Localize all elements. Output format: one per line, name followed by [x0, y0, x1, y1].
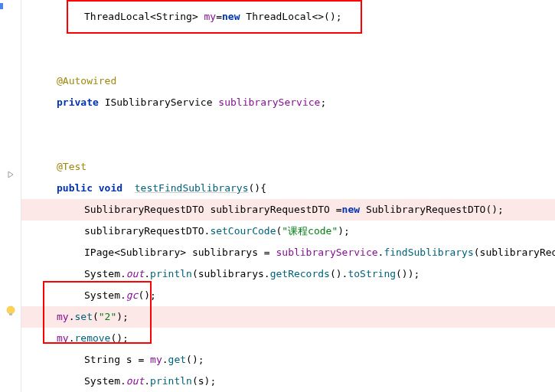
code-line[interactable]: SublibraryRequestDTO sublibraryRequestDT… [21, 199, 555, 220]
blank-line [21, 49, 555, 70]
code-content[interactable]: ThreadLocal<String> my=new ThreadLocal<>… [21, 0, 555, 392]
change-marker [0, 3, 3, 9]
code-line[interactable]: System.out.println(sublibrarys.getRecord… [21, 263, 555, 285]
code-line[interactable]: my.remove(); [21, 328, 555, 349]
code-line[interactable]: @Test [21, 156, 555, 178]
code-line[interactable]: System.gc(); [21, 285, 555, 306]
fold-icon[interactable] [6, 170, 15, 179]
svg-rect-1 [9, 313, 12, 315]
code-line[interactable]: System.out.println(s); [21, 371, 555, 392]
code-line[interactable]: @Autowired [21, 70, 555, 92]
code-editor[interactable]: ThreadLocal<String> my=new ThreadLocal<>… [0, 0, 555, 392]
blank-line [21, 135, 555, 156]
blank-line [21, 113, 555, 135]
code-line[interactable]: private ISublibraryService sublibrarySer… [21, 92, 555, 113]
code-line[interactable]: public void testFindSublibrarys(){ [21, 178, 555, 199]
code-line[interactable]: my.set("2"); [21, 306, 555, 328]
code-line[interactable]: sublibraryRequestDTO.setCourCode("课程code… [21, 220, 555, 242]
gutter [0, 0, 21, 392]
svg-point-0 [7, 306, 15, 314]
code-line[interactable]: String s = my.get(); [21, 349, 555, 371]
code-line[interactable]: IPage<Sublibrary> sublibrarys = sublibra… [21, 242, 555, 263]
blank-line [21, 28, 555, 49]
code-line[interactable]: ThreadLocal<String> my=new ThreadLocal<>… [21, 6, 555, 28]
lightbulb-icon[interactable] [5, 305, 17, 317]
